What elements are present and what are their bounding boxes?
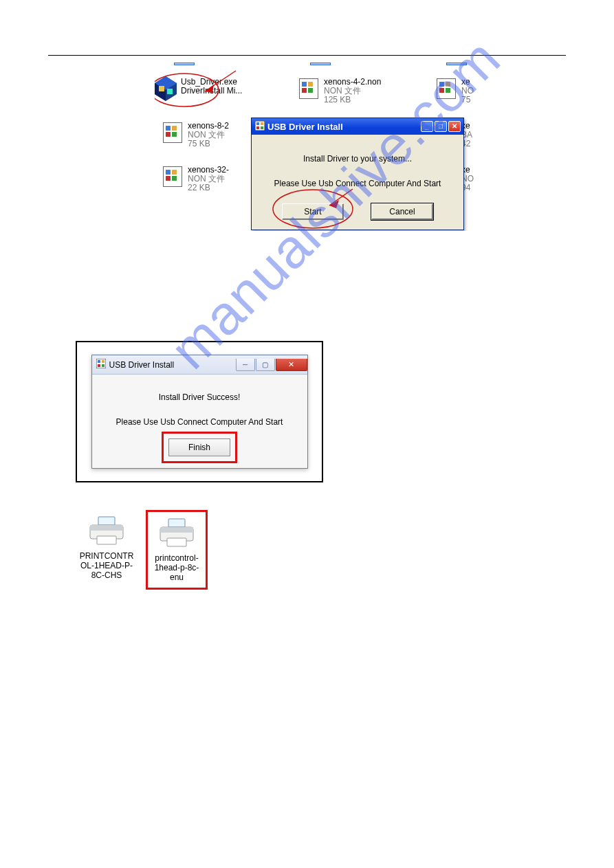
dialog-titlebar[interactable]: USB Driver Install _ □ ✕ (252, 118, 463, 135)
minimize-button[interactable]: ─ (236, 359, 255, 371)
selection-bar (174, 63, 195, 65)
app-icon (255, 121, 267, 133)
printer-icon (87, 515, 126, 546)
file-icon (162, 166, 184, 188)
desktop-icon-label: PRINTCONTROL-1HEAD-P-8C-CHS (77, 551, 136, 580)
desktop-icon-label: printcontrol-1head-p-8c-enu (149, 553, 204, 582)
page-content: Usb_Driver.exe DriverInstall Mi... xenon… (0, 0, 614, 590)
svg-rect-20 (102, 364, 105, 367)
file-label: xenons-4-2.non NON 文件 125 KB (324, 78, 381, 104)
screenshot-explorer-install: Usb_Driver.exe DriverInstall Mi... xenon… (155, 63, 485, 231)
screenshot-install-success: USB Driver Install ─ ▢ Install Driver Su… (76, 341, 323, 482)
file-label: xe NO 75 (461, 78, 474, 104)
file-label: Usb_Driver.exe DriverInstall Mi... (181, 78, 242, 96)
close-button[interactable]: ✕ (448, 121, 461, 132)
desktop-icon-printcontrol-chs[interactable]: PRINTCONTROL-1HEAD-P-8C-CHS (76, 510, 138, 586)
usb-driver-success-dialog: USB Driver Install ─ ▢ Install Driver Su… (91, 355, 308, 469)
screenshot-desktop-icons: PRINTCONTROL-1HEAD-P-8C-CHS printcontrol… (76, 510, 614, 590)
svg-rect-3 (159, 86, 164, 91)
svg-rect-21 (98, 517, 115, 525)
svg-rect-18 (102, 360, 105, 363)
dialog-body: Install Driver Success! Please Use Usb C… (92, 375, 307, 432)
svg-rect-24 (97, 536, 116, 544)
dialog-title: USB Driver Install (109, 360, 235, 370)
file-icon (435, 78, 457, 100)
dialog-titlebar[interactable]: USB Driver Install ─ ▢ (92, 355, 307, 375)
usb-driver-install-dialog: USB Driver Install _ □ ✕ Install Driver … (251, 118, 464, 230)
desktop-icon-printcontrol-enu[interactable]: printcontrol-1head-p-8c-enu (146, 510, 208, 590)
svg-rect-7 (261, 122, 263, 125)
svg-rect-28 (167, 538, 186, 546)
file-label: xenons-8-2 NON 文件 75 KB (188, 122, 229, 148)
svg-rect-8 (256, 126, 259, 129)
svg-rect-25 (168, 519, 185, 527)
dialog-message-2: Please Use Usb Connect Computer And Star… (259, 179, 457, 188)
maximize-button[interactable]: □ (435, 121, 447, 132)
svg-rect-27 (160, 527, 193, 533)
dialog-title: USB Driver Install (267, 122, 419, 132)
file-xenons-4-2[interactable]: xenons-4-2.non NON 文件 125 KB (298, 78, 381, 104)
file-xenons-32[interactable]: xenons-32- NON 文件 22 KB (162, 166, 229, 192)
file-label: xenons-32- NON 文件 22 KB (188, 166, 229, 192)
maximize-button[interactable]: ▢ (256, 359, 275, 371)
page-rule (48, 55, 566, 56)
dialog-message-1: Install Driver to your system... (259, 154, 457, 164)
close-button[interactable] (276, 359, 307, 371)
minimize-button[interactable]: _ (421, 121, 433, 132)
file-icon (162, 122, 184, 144)
svg-rect-17 (98, 360, 100, 363)
app-icon (96, 359, 109, 370)
annotation-box-finish: Finish (166, 436, 232, 458)
svg-rect-6 (256, 122, 259, 125)
file-truncated-1[interactable]: xe NO 75 (435, 78, 474, 104)
dialog-message-1: Install Driver Success! (99, 392, 300, 402)
selection-bar (310, 63, 331, 65)
dialog-message-2: Please Use Usb Connect Computer And Star… (99, 417, 300, 427)
svg-rect-23 (90, 525, 123, 531)
cancel-button[interactable]: Cancel (371, 203, 433, 220)
installer-icon (155, 78, 177, 100)
printer-icon (157, 518, 196, 548)
file-usb-driver-exe[interactable]: Usb_Driver.exe DriverInstall Mi... (155, 78, 242, 100)
start-button[interactable]: Start (282, 203, 344, 220)
svg-rect-4 (167, 89, 173, 94)
dialog-body: Install Driver to your system... Please … (252, 135, 463, 203)
svg-rect-19 (98, 364, 100, 367)
selection-bar (446, 63, 467, 65)
file-xenons-8-2[interactable]: xenons-8-2 NON 文件 75 KB (162, 122, 229, 148)
file-icon (298, 78, 320, 100)
svg-rect-9 (261, 126, 263, 129)
finish-button[interactable]: Finish (168, 438, 230, 456)
